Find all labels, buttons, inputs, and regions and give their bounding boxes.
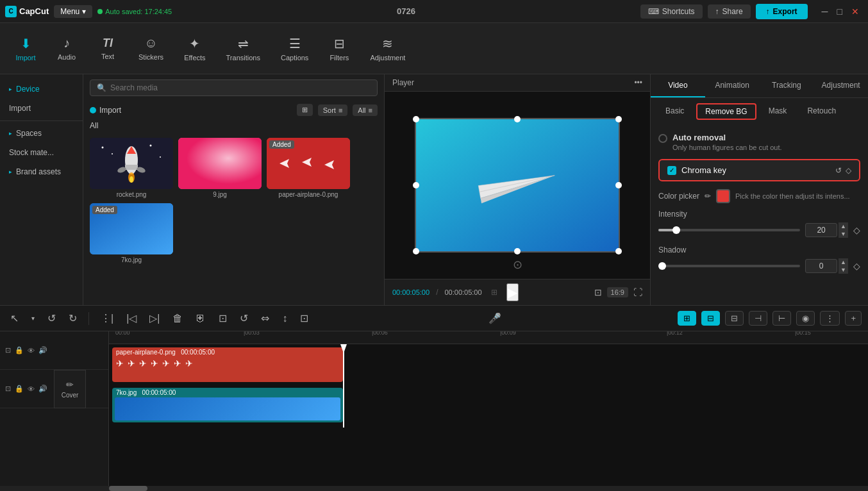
track-clip-1[interactable]: paper-airplane-0.png 00:00:05:00 ✈ ✈ ✈ ✈… <box>112 347 343 382</box>
tab-adjustment[interactable]: Adjustment <box>814 74 868 97</box>
split-button[interactable]: ⋮| <box>97 311 117 326</box>
auto-removal-checkbox[interactable] <box>658 134 667 143</box>
tool-effects[interactable]: ✦ Effects <box>175 31 214 67</box>
list-item[interactable]: Added paper-airplane-0.png <box>267 138 350 198</box>
add-track-button[interactable]: + <box>845 311 862 326</box>
resize-handle-bm[interactable] <box>514 248 521 254</box>
sidebar-item-device[interactable]: ▸ Device <box>0 79 83 99</box>
resize-handle-bl[interactable] <box>413 248 419 254</box>
intensity-slider-thumb[interactable] <box>672 226 680 234</box>
trim-right-button[interactable]: ▷| <box>146 311 163 326</box>
shortcuts-button[interactable]: ⌨ Shortcuts <box>640 4 703 19</box>
loop-button[interactable]: ↺ <box>236 311 252 326</box>
track-eye-icon-1[interactable]: 👁 <box>28 347 35 354</box>
sidebar-item-import[interactable]: Import <box>0 99 83 118</box>
track-eye-icon-2[interactable]: 👁 <box>28 385 35 393</box>
player-more-icon[interactable]: ••• <box>634 78 642 87</box>
shadow-value-input[interactable] <box>805 259 837 273</box>
sub-tab-retouch[interactable]: Retouch <box>799 103 844 120</box>
minimize-button[interactable]: ─ <box>818 6 832 17</box>
eyedropper-icon[interactable]: ✏ <box>705 192 711 201</box>
trim-left-button[interactable]: |◁ <box>122 311 140 326</box>
sub-tab-mask[interactable]: Mask <box>760 103 796 120</box>
resize-handle-rm[interactable] <box>615 182 622 188</box>
crop-button[interactable]: ⊡ <box>594 287 602 297</box>
resize-handle-br[interactable] <box>615 248 622 254</box>
scrollbar-thumb[interactable] <box>109 486 147 491</box>
resize-handle-tm[interactable] <box>514 116 521 122</box>
flip-h-button[interactable]: ⇔ <box>257 311 273 326</box>
track-lock-icon-1[interactable]: ⊡ <box>5 346 11 354</box>
tool-import[interactable]: ⬇ Import <box>6 31 45 67</box>
chroma-diamond-icon[interactable]: ◇ <box>846 166 851 175</box>
microphone-button[interactable]: 🎤 <box>488 312 501 324</box>
maximize-button[interactable]: □ <box>833 6 846 17</box>
chroma-reset-icon[interactable]: ↺ <box>835 166 842 175</box>
list-item[interactable]: 9.jpg <box>178 138 262 198</box>
sidebar-item-brand[interactable]: ▸ Brand assets <box>0 162 83 181</box>
undo-button[interactable]: ↺ <box>44 311 60 326</box>
track-clip-2[interactable]: 7ko.jpg 00:00:05:00 <box>112 388 343 422</box>
list-item[interactable]: Added 7ko.jpg <box>90 203 173 263</box>
export-button[interactable]: ↑ Export <box>756 4 808 19</box>
tool-audio[interactable]: ♪ Audio <box>47 31 86 66</box>
select-tool-button[interactable]: ↖ <box>6 311 22 326</box>
tool-captions[interactable]: ☰ Captions <box>272 31 317 67</box>
menu-button[interactable]: Menu ▾ <box>54 5 92 18</box>
tool-adjustment[interactable]: ≋ Adjustment <box>361 31 414 67</box>
all-filter-button[interactable]: All ≡ <box>353 104 378 116</box>
chroma-key-checkbox[interactable]: ✓ <box>667 166 676 175</box>
flip-v-button[interactable]: ↕ <box>278 312 291 326</box>
align-left-button[interactable]: ⊣ <box>749 311 767 326</box>
playhead[interactable] <box>343 344 344 428</box>
tool-transitions[interactable]: ⇌ Transitions <box>217 31 269 67</box>
sidebar-item-stock[interactable]: Stock mate... <box>0 143 83 162</box>
track1-active-button[interactable]: ⊟ <box>701 311 720 326</box>
track-lock-icon-3[interactable]: ⊡ <box>5 385 11 393</box>
crop-timeline-button[interactable]: ⊡ <box>296 311 312 326</box>
play-button[interactable]: ▶ <box>506 283 519 301</box>
fullscreen-button[interactable]: ⛶ <box>633 287 642 297</box>
resize-handle-tr[interactable] <box>615 116 622 122</box>
share-button[interactable]: ↑ Share <box>708 4 751 19</box>
shield-button[interactable]: ⛨ <box>192 312 210 326</box>
close-button[interactable]: ✕ <box>847 6 863 17</box>
tab-video[interactable]: Video <box>651 74 705 97</box>
shadow-slider-thumb[interactable] <box>658 262 666 270</box>
tab-animation[interactable]: Animation <box>705 74 760 97</box>
sort-button[interactable]: Sort ≡ <box>318 104 348 116</box>
track-lock-icon-2[interactable]: 🔒 <box>15 346 24 354</box>
magnet-button[interactable]: ⊞ <box>678 311 696 326</box>
select-dropdown-button[interactable]: ▾ <box>28 313 38 323</box>
cover-button[interactable]: ✏ Cover <box>54 370 86 408</box>
sub-tab-basic[interactable]: Basic <box>657 103 692 120</box>
intensity-slider-bar[interactable] <box>658 229 800 231</box>
tool-text[interactable]: TI Text <box>88 31 127 65</box>
intensity-increment-button[interactable]: ▲ <box>839 222 848 230</box>
redo-button[interactable]: ↻ <box>65 311 81 326</box>
tool-stickers[interactable]: ☺ Stickers <box>129 31 172 66</box>
resize-handle-tl[interactable] <box>413 116 419 122</box>
shadow-keyframe-icon[interactable]: ◇ <box>853 261 860 271</box>
tab-tracking[interactable]: Tracking <box>760 74 814 97</box>
align-center-button[interactable]: ⊢ <box>772 311 791 326</box>
delete-button[interactable]: 🗑 <box>169 312 187 326</box>
tool-filters[interactable]: ⊟ Filters <box>320 31 358 67</box>
sidebar-item-spaces[interactable]: ▸ Spaces <box>0 124 83 143</box>
search-input[interactable] <box>110 83 371 92</box>
split-audio-button[interactable]: ⋮ <box>820 311 840 326</box>
intensity-keyframe-icon[interactable]: ◇ <box>853 225 860 235</box>
shadow-slider-bar[interactable] <box>658 265 800 267</box>
timeline-scrollbar[interactable] <box>0 486 868 491</box>
color-swatch[interactable] <box>716 189 730 203</box>
intensity-decrement-button[interactable]: ▼ <box>839 230 848 238</box>
import-button[interactable]: Import <box>90 106 121 115</box>
sub-tab-remove-bg[interactable]: Remove BG <box>696 103 756 120</box>
intensity-value-input[interactable] <box>805 223 837 237</box>
shadow-increment-button[interactable]: ▲ <box>839 258 848 266</box>
shadow-decrement-button[interactable]: ▼ <box>839 266 848 274</box>
grid-view-button[interactable]: ⊞ <box>297 104 313 116</box>
audio-track-button[interactable]: ◉ <box>796 311 815 326</box>
copy-button[interactable]: ⊡ <box>215 311 231 326</box>
resize-handle-lm[interactable] <box>413 182 419 188</box>
